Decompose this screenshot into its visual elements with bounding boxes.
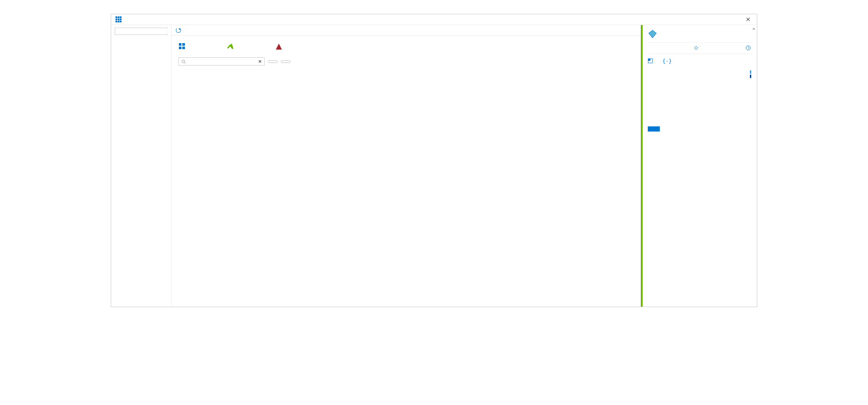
svg-rect-3 bbox=[182, 43, 185, 46]
svg-rect-12 bbox=[648, 59, 650, 61]
sidebar-search[interactable] bbox=[115, 28, 168, 35]
search-icon bbox=[181, 60, 186, 64]
svg-rect-2 bbox=[179, 43, 181, 46]
open-connector-button[interactable] bbox=[648, 126, 660, 132]
connector-list[interactable] bbox=[172, 73, 640, 307]
sidebar bbox=[111, 25, 172, 307]
clock-icon bbox=[746, 45, 751, 50]
data-received-chart bbox=[648, 81, 752, 115]
detail-kpis bbox=[648, 42, 752, 54]
connectors-icon bbox=[178, 42, 186, 50]
related-queries[interactable]: {·} bbox=[662, 58, 674, 65]
chart-legend bbox=[648, 70, 752, 78]
connector-search[interactable]: ✕ bbox=[178, 57, 265, 66]
svg-rect-4 bbox=[179, 47, 181, 49]
main-pane: ✕ bbox=[172, 25, 640, 307]
detail-pane: » bbox=[640, 25, 757, 307]
titlebar: ✕ bbox=[111, 14, 757, 25]
status-stripe bbox=[641, 25, 643, 307]
toolbar bbox=[172, 25, 640, 36]
stat-connectors bbox=[178, 42, 188, 50]
svg-line-8 bbox=[184, 62, 186, 63]
clear-icon[interactable]: ✕ bbox=[258, 59, 262, 64]
connector-search-input[interactable] bbox=[186, 59, 258, 64]
microsoft-icon bbox=[693, 45, 699, 50]
filter-providers[interactable] bbox=[268, 60, 278, 63]
stat-coming bbox=[275, 42, 284, 50]
legend-swatch bbox=[750, 70, 751, 74]
connected-icon bbox=[227, 42, 234, 50]
sidebar-search-input[interactable] bbox=[119, 29, 172, 34]
refresh-icon bbox=[176, 28, 181, 33]
stat-connected bbox=[227, 42, 236, 50]
svg-point-7 bbox=[182, 60, 184, 63]
stats-row bbox=[172, 36, 640, 57]
app-grid-icon bbox=[116, 16, 122, 22]
related-dashboards[interactable] bbox=[648, 58, 655, 65]
list-header bbox=[172, 69, 640, 73]
braces-icon: {·} bbox=[662, 58, 672, 64]
filters-row: ✕ bbox=[172, 57, 640, 69]
azuread-icon bbox=[648, 29, 657, 39]
close-icon[interactable]: ✕ bbox=[744, 16, 752, 23]
collapse-icon[interactable]: » bbox=[752, 26, 755, 31]
filter-datatypes[interactable] bbox=[281, 60, 290, 63]
svg-rect-5 bbox=[182, 47, 185, 49]
legend-swatch bbox=[750, 75, 751, 78]
svg-marker-9 bbox=[649, 30, 656, 38]
coming-icon bbox=[275, 42, 283, 50]
related-content: {·} bbox=[648, 58, 752, 65]
svg-marker-6 bbox=[276, 44, 282, 50]
dashboard-icon bbox=[648, 58, 653, 63]
